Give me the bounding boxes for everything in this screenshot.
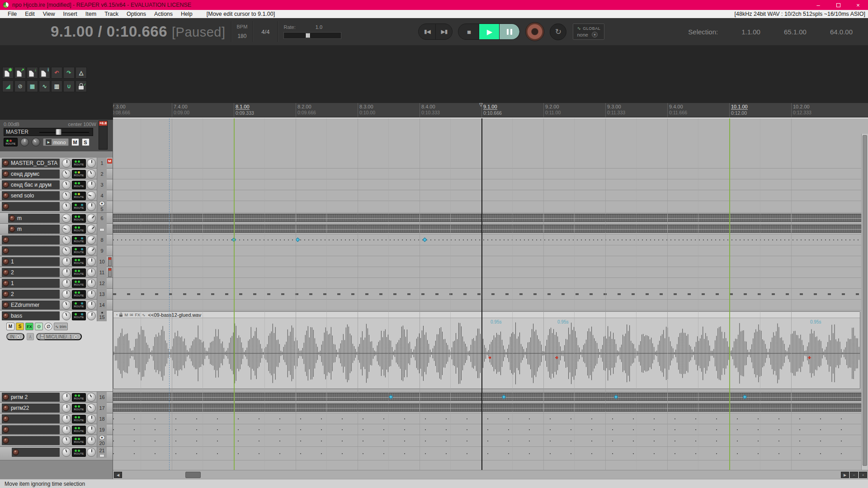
route-button[interactable]: ROUTE xyxy=(72,214,86,223)
fx-bypass-button[interactable]: ⊙ xyxy=(35,323,43,330)
volume-knob[interactable] xyxy=(62,246,71,255)
record-arm-button[interactable] xyxy=(3,269,9,276)
track-row-13[interactable]: 2ROUTE13 xyxy=(0,289,113,300)
track-name-box[interactable] xyxy=(2,235,60,244)
envelope-point[interactable] xyxy=(232,237,236,242)
envelope-point[interactable] xyxy=(296,237,300,242)
track-fx-button[interactable]: FX xyxy=(25,323,33,330)
lane-track-7[interactable] xyxy=(113,224,861,235)
play-button[interactable]: ▶ xyxy=(479,23,499,40)
ruler-mark[interactable]: 10.1.000:12.00 xyxy=(729,103,748,117)
record-arm-button[interactable] xyxy=(3,280,9,286)
track-row-19[interactable]: ROUTE19 xyxy=(0,424,113,435)
route-button[interactable]: ROUTE xyxy=(72,170,86,178)
track-name-box[interactable]: 1 xyxy=(2,279,60,288)
ruler-mark[interactable]: 8.3.000:10.00 xyxy=(358,103,375,117)
go-to-end-button[interactable]: ▶▮ xyxy=(435,23,452,40)
track-name-box[interactable] xyxy=(2,425,60,434)
track-name-box[interactable]: 2 xyxy=(2,290,60,299)
track-name-box[interactable] xyxy=(2,436,60,445)
pause-button[interactable] xyxy=(499,23,519,40)
lane-track-5[interactable] xyxy=(113,201,861,213)
pan-knob[interactable] xyxy=(87,436,96,445)
project-settings-icon[interactable]: i xyxy=(39,67,50,79)
track-row-5[interactable]: ROUTE▼5 xyxy=(0,201,113,213)
track-row-21[interactable]: ROUTE21 xyxy=(0,447,113,460)
vertical-scrollbar[interactable] xyxy=(861,134,868,470)
lane-track-3[interactable] xyxy=(113,179,861,190)
pan-knob[interactable] xyxy=(87,448,96,457)
route-button[interactable]: ROUTE xyxy=(72,312,86,320)
track-row-8[interactable]: ROUTE8 xyxy=(0,235,113,245)
minimize-button[interactable]: – xyxy=(808,0,828,10)
track-row-12[interactable]: 1ROUTE12 xyxy=(0,278,113,289)
track-row-4[interactable]: send soloROUTE4 xyxy=(0,190,113,201)
lane-track-6[interactable] xyxy=(113,213,861,224)
go-to-start-button[interactable]: ▮◀ xyxy=(419,23,435,40)
envelope-points-icon[interactable]: ∿ xyxy=(39,80,50,92)
record-arm-button[interactable] xyxy=(3,313,9,319)
track-name-box[interactable] xyxy=(2,414,60,423)
lane-track-19[interactable] xyxy=(113,424,861,435)
track-mute-button[interactable]: M xyxy=(6,323,14,330)
envelope-point[interactable] xyxy=(389,394,393,399)
master-track[interactable]: 0.00dB center 100W MASTER ROUTE ▶ mono M… xyxy=(0,120,113,151)
pan-knob[interactable] xyxy=(87,404,96,413)
zoom-in-button[interactable]: + xyxy=(859,472,867,478)
track-name-box[interactable]: MASTER_CD_STA xyxy=(2,159,60,168)
folder-collapse-button[interactable]: ▼ xyxy=(99,201,105,206)
track-name-box[interactable]: сенд бас и друм xyxy=(2,180,60,189)
menu-edit[interactable]: Edit xyxy=(21,10,39,18)
route-button[interactable]: ROUTE xyxy=(72,258,86,266)
pan-knob[interactable] xyxy=(87,268,96,277)
volume-knob[interactable] xyxy=(62,191,71,200)
pan-knob[interactable] xyxy=(87,235,96,244)
track-row-9[interactable]: ROUTE9 xyxy=(0,245,113,256)
ruler-mark[interactable]: 9.2.000:11.00 xyxy=(543,103,561,117)
track-row-6[interactable]: mROUTE6 xyxy=(0,213,113,224)
clip-indicator[interactable]: +6.8 xyxy=(99,121,107,126)
pan-knob[interactable] xyxy=(87,393,96,402)
ripple-editing-icon[interactable]: ◢ xyxy=(2,80,14,92)
lane-track-18[interactable] xyxy=(113,413,861,424)
pan-knob[interactable] xyxy=(87,425,96,434)
track-name-box[interactable]: bass xyxy=(2,311,60,320)
trim-envelope-button[interactable]: ∿ trim xyxy=(54,323,68,330)
ruler-mark[interactable]: 7.4.000:09.00 xyxy=(172,103,189,117)
envelope-point[interactable] xyxy=(743,394,747,399)
route-button[interactable]: ROUTE xyxy=(72,247,86,255)
volume-knob[interactable] xyxy=(62,180,71,189)
route-button[interactable]: ROUTE xyxy=(72,192,86,200)
record-arm-button[interactable] xyxy=(13,449,19,455)
lane-track-20[interactable] xyxy=(113,435,861,447)
menu-help[interactable]: Help xyxy=(177,10,197,18)
track-name-box[interactable]: 2 xyxy=(2,268,60,277)
ruler-mark[interactable]: 8.2.000:09.666 xyxy=(296,103,316,117)
track-name-box[interactable] xyxy=(2,202,60,211)
track-row-2[interactable]: сенд друмсROUTE2 xyxy=(0,169,113,179)
volume-knob[interactable] xyxy=(62,436,71,445)
pan-knob[interactable] xyxy=(87,214,96,223)
route-button[interactable]: ROUTE xyxy=(72,290,86,299)
volume-knob[interactable] xyxy=(62,311,71,320)
lane-track-14[interactable] xyxy=(113,300,861,310)
master-mono-button[interactable]: ▶ mono xyxy=(43,138,69,146)
track-name-box[interactable]: m xyxy=(8,214,60,223)
open-project-icon[interactable]: ↗ xyxy=(14,67,26,79)
record-arm-button[interactable] xyxy=(3,171,9,177)
record-arm-button[interactable] xyxy=(9,215,15,221)
track-row-3[interactable]: сенд бас и друмROUTE3 xyxy=(0,179,113,190)
ruler-mark[interactable]: 9.3.000:11.333 xyxy=(605,103,625,117)
master-solo-button[interactable]: S xyxy=(82,138,90,146)
pan-knob[interactable] xyxy=(87,279,96,288)
volume-knob[interactable] xyxy=(62,257,71,266)
selection-start[interactable]: 1.1.00 xyxy=(741,28,760,36)
record-arm-button[interactable] xyxy=(3,437,9,444)
new-project-icon[interactable]: ✱ xyxy=(2,67,14,79)
lane-track-21[interactable] xyxy=(113,447,861,460)
route-button[interactable]: ROUTE xyxy=(72,268,86,277)
record-arm-button[interactable] xyxy=(3,394,9,400)
chevron-down-icon[interactable]: ▾ xyxy=(592,32,598,38)
master-knob-2[interactable] xyxy=(32,138,40,146)
lane-track-12[interactable] xyxy=(113,278,861,289)
